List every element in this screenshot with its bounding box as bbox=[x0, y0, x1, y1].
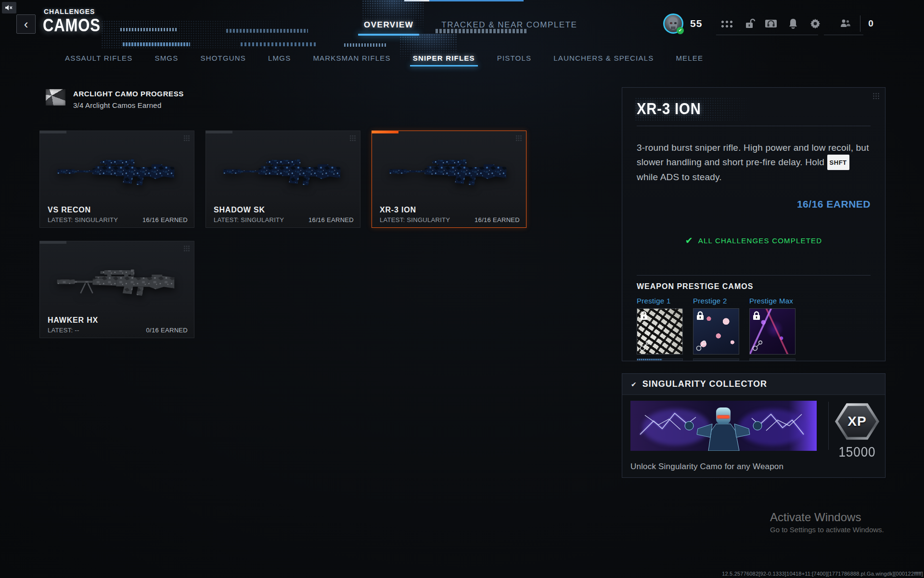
tab-sniper-rifles[interactable]: SNIPER RIFLES bbox=[413, 54, 475, 62]
xp-label: XP bbox=[847, 414, 866, 429]
weapon-image bbox=[222, 154, 344, 191]
divider bbox=[637, 126, 871, 126]
weapon-card-hawker-hx[interactable]: HAWKER HX LATEST: -- 0/16 EARNED bbox=[39, 241, 194, 338]
weapon-image bbox=[56, 264, 178, 302]
glitch-decoration bbox=[344, 43, 387, 47]
detail-earned-count: 16/16 EARNED bbox=[637, 198, 871, 210]
weapon-latest-camo: LATEST: SINGULARITY bbox=[214, 216, 284, 223]
bell-icon[interactable] bbox=[786, 16, 800, 31]
weapon-card-vs-recon[interactable]: VS RECON LATEST: SINGULARITY 16/16 EARNE… bbox=[39, 131, 194, 228]
arclight-progress-title: ARCLIGHT CAMO PROGRESS bbox=[73, 90, 184, 98]
check-icon: ✔ bbox=[685, 236, 693, 246]
tab-assault-rifles[interactable]: ASSAULT RIFLES bbox=[65, 54, 132, 62]
collector-title: SINGULARITY COLLECTOR bbox=[642, 379, 767, 389]
lock-icon bbox=[640, 311, 648, 321]
back-button[interactable]: ‹ bbox=[16, 14, 36, 34]
description-text: while ADS to steady. bbox=[637, 172, 722, 182]
singularity-collector-panel[interactable]: ✔ SINGULARITY COLLECTOR bbox=[622, 373, 886, 478]
social-icon[interactable] bbox=[838, 16, 852, 31]
weapon-name: XR-3 ION bbox=[380, 206, 520, 214]
arclight-camo-thumbnail bbox=[46, 89, 65, 105]
card-notch bbox=[39, 241, 66, 244]
weapon-image bbox=[56, 154, 178, 191]
activate-windows-watermark: Activate Windows Go to Settings to activ… bbox=[770, 511, 884, 534]
card-footer: HAWKER HX LATEST: -- 0/16 EARNED bbox=[48, 316, 188, 334]
weapon-description: 3-round burst sniper rifle. High power a… bbox=[637, 141, 871, 184]
apps-grid-icon[interactable] bbox=[719, 16, 734, 31]
weapon-cards-grid: VS RECON LATEST: SINGULARITY 16/16 EARNE… bbox=[39, 131, 526, 338]
main-tabs: OVERVIEW TRACKED & NEAR COMPLETE bbox=[364, 20, 577, 30]
weapon-earned-count: 0/16 EARNED bbox=[146, 327, 188, 334]
top-accent-blue bbox=[429, 0, 524, 1]
watermark-line2: Go to Settings to activate Windows. bbox=[770, 525, 884, 534]
tab-melee[interactable]: MELEE bbox=[676, 54, 703, 62]
prestige-camos-heading: WEAPON PRESTIGE CAMOS bbox=[637, 282, 871, 291]
prestige-progress-bar bbox=[693, 358, 739, 361]
camos-screen: ‹ CHALLENGES CAMOS OVERVIEW TRACKED & NE… bbox=[0, 0, 924, 578]
tab-lmgs[interactable]: LMGS bbox=[268, 54, 291, 62]
tab-smgs[interactable]: SMGS bbox=[154, 54, 178, 62]
volume-muted-icon[interactable] bbox=[2, 2, 16, 13]
collector-header: ✔ SINGULARITY COLLECTOR bbox=[622, 374, 885, 395]
prestige-progress-bar bbox=[749, 358, 796, 361]
watermark-line1: Activate Windows bbox=[770, 511, 884, 524]
unlock-icon[interactable] bbox=[743, 16, 757, 31]
lock-icon bbox=[752, 311, 761, 321]
avatar-status-badge: ✔ bbox=[677, 27, 684, 34]
weapon-card-shadow-sk[interactable]: SHADOW SK LATEST: SINGULARITY 16/16 EARN… bbox=[205, 131, 360, 228]
weapon-image bbox=[388, 154, 510, 191]
weapon-name: VS RECON bbox=[48, 206, 188, 214]
gear-icon[interactable] bbox=[808, 16, 822, 31]
breadcrumb-challenges: CHALLENGES bbox=[44, 8, 95, 15]
weapon-card-xr-3-ion[interactable]: XR-3 ION LATEST: SINGULARITY 16/16 EARNE… bbox=[372, 131, 526, 228]
weapon-category-tabs: ASSAULT RIFLES SMGS SHOTGUNS LMGS MARKSM… bbox=[65, 54, 703, 62]
tab-marksman-rifles[interactable]: MARKSMAN RIFLES bbox=[313, 54, 390, 62]
player-avatar[interactable]: ✔ bbox=[663, 13, 683, 34]
tab-pistols[interactable]: PISTOLS bbox=[497, 54, 531, 62]
tab-shotguns[interactable]: SHOTGUNS bbox=[200, 54, 246, 62]
signature-scribble bbox=[752, 335, 769, 352]
prestige-item-2: Prestige 2 bbox=[693, 297, 739, 361]
prestige-camo-thumbnail[interactable] bbox=[749, 308, 796, 355]
signature-scribble bbox=[695, 335, 713, 352]
top-accent-white bbox=[404, 0, 429, 1]
weapon-latest-camo: LATEST: SINGULARITY bbox=[48, 216, 118, 223]
tab-tracked-near-complete[interactable]: TRACKED & NEAR COMPLETE bbox=[441, 20, 577, 30]
weapon-name: HAWKER HX bbox=[48, 316, 188, 325]
collector-caption: Unlock Singularity Camo for any Weapon bbox=[630, 462, 783, 472]
detail-weapon-title: XR-3 ION bbox=[637, 99, 838, 118]
grid-dots-icon bbox=[873, 92, 880, 100]
tab-launchers-specials[interactable]: LAUNCHERS & SPECIALS bbox=[553, 54, 654, 62]
topbar-divider bbox=[860, 15, 860, 32]
glitch-decoration bbox=[120, 28, 178, 31]
player-level: 55 bbox=[690, 18, 702, 29]
weapon-name: SHADOW SK bbox=[214, 206, 354, 214]
grid-dots-icon bbox=[183, 135, 190, 142]
grid-dots-icon bbox=[515, 135, 522, 142]
grid-dots-icon bbox=[183, 245, 190, 252]
signature-scribble bbox=[639, 335, 656, 352]
arclight-progress-subtitle: 3/4 Arclight Camos Earned bbox=[73, 101, 184, 109]
glitch-decoration bbox=[123, 42, 190, 46]
glitch-decoration bbox=[226, 29, 308, 33]
singularity-banner-art bbox=[630, 401, 817, 451]
grid-dots-icon bbox=[349, 135, 356, 142]
weapon-latest-camo: LATEST: -- bbox=[48, 327, 79, 334]
weapon-earned-count: 16/16 EARNED bbox=[142, 216, 188, 223]
check-icon: ✔ bbox=[631, 381, 637, 388]
xp-reward: XP 15000 bbox=[834, 402, 880, 460]
tab-overview[interactable]: OVERVIEW bbox=[364, 20, 413, 30]
theater-icon[interactable] bbox=[764, 16, 778, 31]
prestige-camo-thumbnail[interactable] bbox=[637, 308, 683, 355]
prestige-camo-thumbnail[interactable] bbox=[693, 308, 739, 355]
card-footer: XR-3 ION LATEST: SINGULARITY 16/16 EARNE… bbox=[380, 206, 520, 223]
weapon-latest-camo: LATEST: SINGULARITY bbox=[380, 216, 450, 223]
topbar-right: ✔ 55 0 bbox=[663, 12, 873, 36]
prestige-label: Prestige Max bbox=[749, 297, 796, 305]
shift-key-badge: SHFT bbox=[827, 155, 849, 170]
weapon-detail-panel: XR-3 ION 3-round burst sniper rifle. Hig… bbox=[622, 87, 886, 361]
currency-count: 0 bbox=[868, 18, 873, 29]
card-notch bbox=[205, 131, 232, 133]
xp-hex-badge: XP bbox=[835, 402, 879, 441]
arclight-progress-header: ARCLIGHT CAMO PROGRESS 3/4 Arclight Camo… bbox=[46, 89, 184, 109]
